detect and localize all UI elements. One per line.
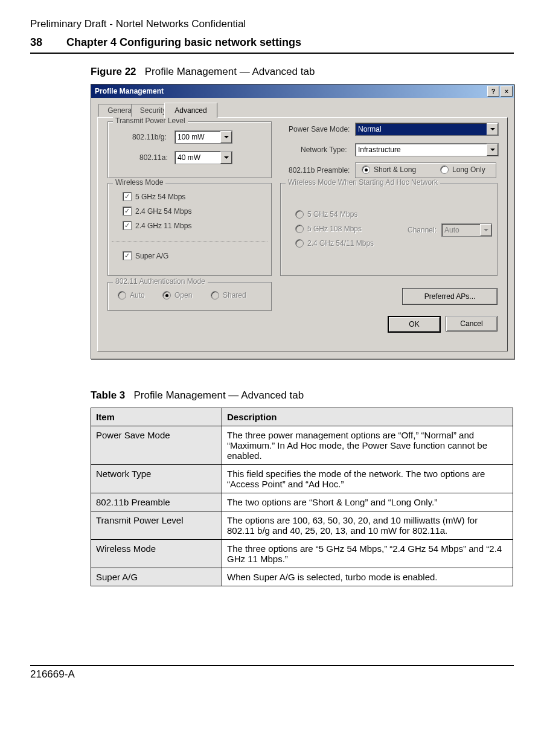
table-row: 802.11b Preamble The two options are “Sh… <box>91 493 513 511</box>
table-row: Transmit Power Level The options are 100… <box>91 511 513 540</box>
chevron-down-icon[interactable] <box>220 152 232 164</box>
page-number: 38 <box>30 36 63 49</box>
divider <box>112 242 267 242</box>
check-5ghz-54[interactable]: ✓5 GHz 54 Mbps <box>123 192 185 201</box>
radio-auth-shared-label: Shared <box>223 291 246 300</box>
td-item: Transmit Power Level <box>91 511 222 540</box>
combo-nt-value: Infrastructure <box>358 146 401 154</box>
chapter-heading: Chapter 4 Configuring basic network sett… <box>66 36 301 48</box>
check-24ghz-11[interactable]: ✓2.4 GHz 11 Mbps <box>123 221 191 230</box>
ok-button[interactable]: OK <box>388 316 441 333</box>
check-5ghz-54-label: 5 GHz 54 Mbps <box>135 193 185 201</box>
preamble-group: Short & Long Long Only <box>355 162 496 178</box>
tabstrip: General Security Advanced <box>97 103 508 117</box>
radio-adhoc-5ghz108-label: 5 GHz 108 Mbps <box>307 225 362 233</box>
help-icon[interactable]: ? <box>487 86 499 97</box>
fieldset-transmit-power: Transmit Power Level 802.11b/g: 100 mW 8… <box>107 121 272 178</box>
td-desc: The two options are “Short & Long” and “… <box>222 493 513 511</box>
td-item: Power Save Mode <box>91 426 222 465</box>
radio-auth-auto: Auto <box>118 291 145 300</box>
table-caption-text: Profile Management — Advanced tab <box>134 389 304 401</box>
table-label: Table 3 <box>91 389 125 401</box>
figure-caption: Figure 22 Profile Management — Advanced … <box>91 66 514 78</box>
label-preamble: 802.11b Preamble: <box>289 166 350 175</box>
dialog-title: Profile Management <box>95 87 486 95</box>
combo-channel: Auto <box>441 223 492 237</box>
radio-short-long-label: Short & Long <box>374 165 416 174</box>
dialog-titlebar: Profile Management ? × <box>91 85 514 98</box>
th-description: Description <box>222 408 513 426</box>
radio-adhoc-5ghz54-label: 5 GHz 54 Mbps <box>307 210 357 219</box>
chevron-down-icon[interactable] <box>487 144 498 156</box>
radio-long-only-label: Long Only <box>452 165 485 174</box>
radio-adhoc-5ghz54: 5 GHz 54 Mbps <box>295 210 357 219</box>
label-power-save-mode: Power Save Mode: <box>289 125 350 133</box>
tab-advanced[interactable]: Advanced <box>164 103 217 118</box>
check-24ghz-54[interactable]: ✓2.4 GHz 54 Mbps <box>123 207 191 216</box>
td-desc: The three power management options are “… <box>222 426 513 465</box>
check-super-ag[interactable]: ✓Super A/G <box>123 251 168 260</box>
figure-caption-text: Profile Management — Advanced tab <box>145 66 315 77</box>
radio-auth-auto-label: Auto <box>130 291 145 300</box>
td-desc: When Super A/G is selected, turbo mode i… <box>222 568 513 586</box>
figure-label: Figure 22 <box>91 66 136 77</box>
table-header-row: Item Description <box>91 408 513 426</box>
label-channel: Channel: <box>408 226 437 234</box>
cancel-button[interactable]: Cancel <box>446 316 498 332</box>
radio-auth-open: Open <box>162 291 192 300</box>
td-item: Network Type <box>91 465 222 493</box>
table-row: Power Save Mode The three power manageme… <box>91 426 513 465</box>
preferred-aps-button[interactable]: Preferred APs... <box>402 288 498 305</box>
legend-auth: 802.11 Authentication Mode <box>113 277 208 286</box>
chevron-down-icon <box>480 224 491 236</box>
table-row: Network Type This field specifies the mo… <box>91 465 513 493</box>
legend-transmit-power: Transmit Power Level <box>113 117 188 125</box>
radio-short-long[interactable]: Short & Long <box>362 165 416 174</box>
td-desc: The options are 100, 63, 50, 30, 20, and… <box>222 511 513 540</box>
combo-80211a-value: 40 mW <box>178 153 200 162</box>
td-item: 802.11b Preamble <box>91 493 222 511</box>
radio-adhoc-5ghz108: 5 GHz 108 Mbps <box>295 225 362 233</box>
label-80211a: 802.11a: <box>139 153 168 162</box>
td-desc: This field specifies the mode of the net… <box>222 465 513 493</box>
combo-80211bg-value: 100 mW <box>178 133 205 141</box>
radio-long-only[interactable]: Long Only <box>440 165 485 174</box>
check-24ghz-11-label: 2.4 GHz 11 Mbps <box>135 222 191 230</box>
advanced-tab-table: Item Description Power Save Mode The thr… <box>91 408 513 586</box>
radio-auth-shared: Shared <box>211 291 246 300</box>
combo-channel-value: Auto <box>444 226 459 234</box>
combo-80211a[interactable]: 40 mW <box>174 151 232 164</box>
combo-power-save-mode[interactable]: Normal <box>355 123 499 136</box>
table-row: Super A/G When Super A/G is selected, tu… <box>91 568 513 586</box>
check-super-ag-label: Super A/G <box>135 252 168 260</box>
close-icon[interactable]: × <box>501 86 513 97</box>
chevron-down-icon[interactable] <box>220 131 232 143</box>
combo-psm-value: Normal <box>358 125 382 133</box>
td-item: Super A/G <box>91 568 222 586</box>
fieldset-adhoc-mode: Wireless Mode When Starting Ad Hoc Netwo… <box>280 183 498 276</box>
radio-adhoc-24ghz-label: 2.4 GHz 54/11 Mbps <box>307 239 374 248</box>
td-desc: The three options are “5 GHz 54 Mbps,” “… <box>222 540 513 568</box>
table-row: Wireless Mode The three options are “5 G… <box>91 540 513 568</box>
radio-auth-open-label: Open <box>174 291 192 300</box>
page-header: 38 Chapter 4 Configuring basic network s… <box>30 36 514 54</box>
label-80211bg: 802.11b/g: <box>132 133 167 141</box>
combo-80211bg[interactable]: 100 mW <box>174 130 232 144</box>
legend-adhoc: Wireless Mode When Starting Ad Hoc Netwo… <box>286 178 440 187</box>
radio-adhoc-24ghz: 2.4 GHz 54/11 Mbps <box>295 239 374 248</box>
footer-doc-id: 216669-A <box>30 665 514 681</box>
draft-notice: Preliminary Draft - Nortel Networks Conf… <box>30 18 514 30</box>
fieldset-auth-mode: 802.11 Authentication Mode Auto Open Sha… <box>107 282 272 311</box>
check-24ghz-54-label: 2.4 GHz 54 Mbps <box>135 207 191 216</box>
combo-network-type[interactable]: Infrastructure <box>355 143 499 156</box>
fieldset-wireless-mode: Wireless Mode ✓5 GHz 54 Mbps ✓2.4 GHz 54… <box>107 183 272 276</box>
profile-management-dialog: Profile Management ? × General Security … <box>91 84 514 359</box>
td-item: Wireless Mode <box>91 540 222 568</box>
th-item: Item <box>91 408 222 426</box>
label-network-type: Network Type: <box>301 146 347 154</box>
legend-wireless-mode: Wireless Mode <box>113 178 165 187</box>
chevron-down-icon[interactable] <box>487 123 498 135</box>
table-caption: Table 3 Profile Management — Advanced ta… <box>91 389 514 402</box>
advanced-panel: Transmit Power Level 802.11b/g: 100 mW 8… <box>97 117 508 351</box>
